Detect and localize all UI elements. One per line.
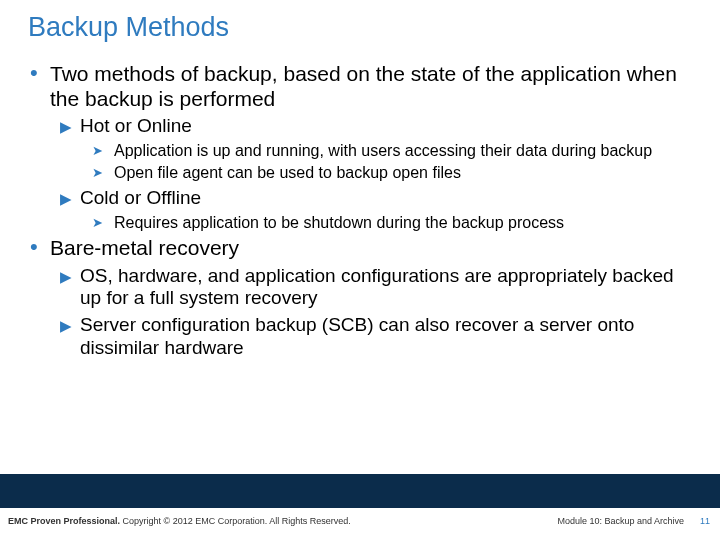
triangle-icon: ▶ [60,187,72,211]
detail-text: Application is up and running, with user… [114,141,652,161]
slide: Backup Methods • Two methods of backup, … [0,0,720,540]
bullet-item: • Bare-metal recovery [30,235,692,260]
subbullet-item: ▶ OS, hardware, and application configur… [60,265,692,311]
subbullet-text: Cold or Offline [80,187,201,211]
bullet-item: • Two methods of backup, based on the st… [30,61,692,111]
footer-bar [0,474,720,508]
arrow-icon: ➤ [92,213,106,233]
footer-module: Module 10: Backup and Archive [557,516,684,526]
subbullet-item: ▶ Server configuration backup (SCB) can … [60,314,692,360]
detail-item: ➤ Open file agent can be used to backup … [92,163,692,183]
footer-copyright: EMC Proven Professional. Copyright © 201… [8,516,351,526]
detail-item: ➤ Requires application to be shutdown du… [92,213,692,233]
subbullet-item: ▶ Hot or Online [60,115,692,139]
arrow-icon: ➤ [92,163,106,183]
arrow-icon: ➤ [92,141,106,161]
subbullet-text: Server configuration backup (SCB) can al… [80,314,692,360]
slide-title: Backup Methods [0,0,720,43]
footer-rest: Copyright © 2012 EMC Corporation. All Ri… [120,516,351,526]
triangle-icon: ▶ [60,314,72,360]
bullet-text: Two methods of backup, based on the stat… [50,61,692,111]
triangle-icon: ▶ [60,115,72,139]
dot-icon: • [30,235,40,260]
triangle-icon: ▶ [60,265,72,311]
footer-brand: EMC Proven Professional. [8,516,120,526]
subbullet-text: OS, hardware, and application configurat… [80,265,692,311]
detail-text: Requires application to be shutdown duri… [114,213,564,233]
footer-page-number: 11 [700,516,710,526]
dot-icon: • [30,61,40,111]
detail-text: Open file agent can be used to backup op… [114,163,461,183]
subbullet-item: ▶ Cold or Offline [60,187,692,211]
detail-item: ➤ Application is up and running, with us… [92,141,692,161]
subbullet-text: Hot or Online [80,115,192,139]
slide-content: • Two methods of backup, based on the st… [0,43,720,360]
bullet-text: Bare-metal recovery [50,235,239,260]
